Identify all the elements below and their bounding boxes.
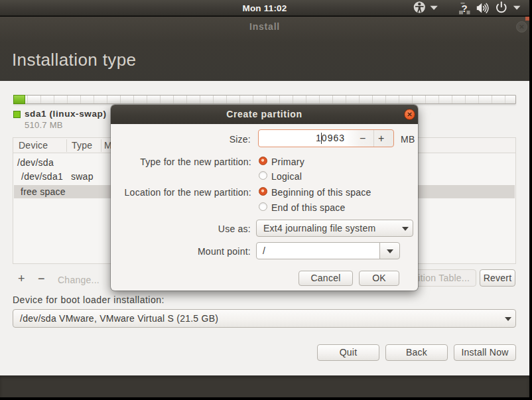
svg-text:?: ? bbox=[462, 3, 468, 14]
